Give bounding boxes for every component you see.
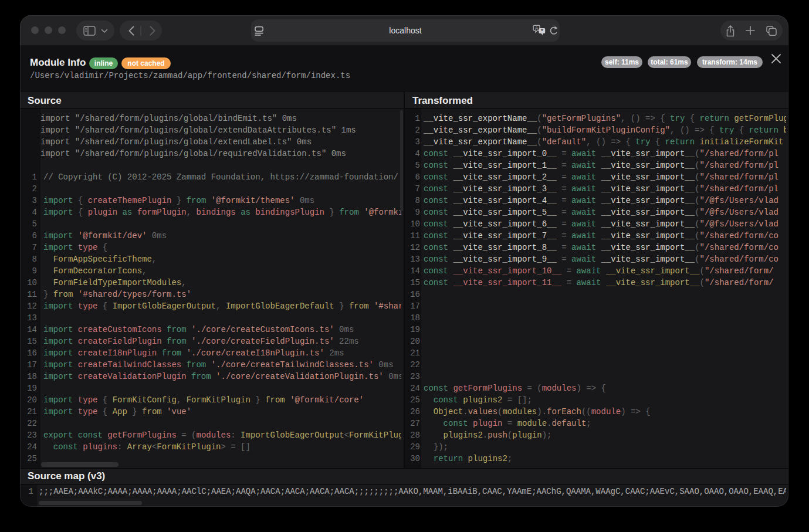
svg-text:A: A (535, 25, 539, 31)
svg-text:*: * (541, 28, 544, 35)
